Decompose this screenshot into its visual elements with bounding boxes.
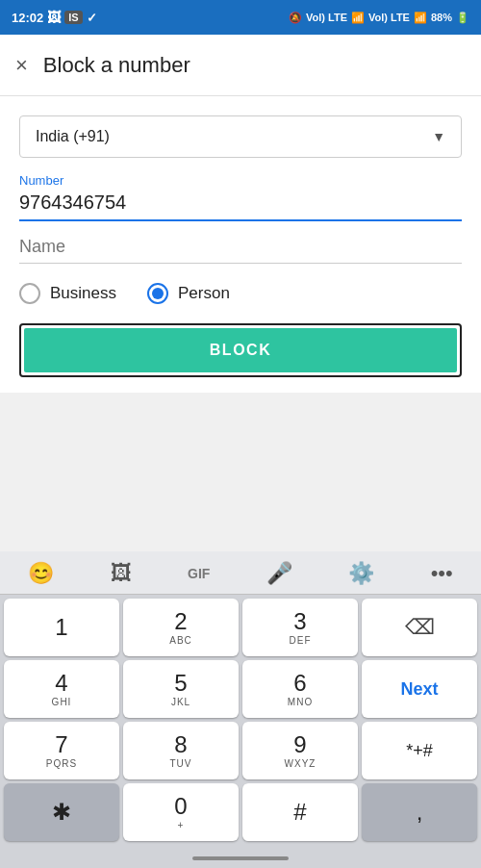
number-input-wrap bbox=[19, 191, 462, 221]
status-left: 12:02 🖼 IS ✓ bbox=[12, 10, 97, 25]
key-7[interactable]: 7 PQRS bbox=[4, 722, 119, 779]
keyboard: 😊 🖼 GIF 🎤 ⚙️ ••• 1 2 ABC 3 DEF ⌫ bbox=[0, 551, 481, 868]
gif-icon[interactable]: GIF bbox=[188, 566, 210, 581]
radio-circle-business bbox=[19, 283, 40, 304]
radio-circle-person bbox=[147, 283, 168, 304]
key-row-4: ✱ 0 + # , bbox=[4, 783, 477, 841]
radio-person[interactable]: Person bbox=[147, 283, 230, 304]
name-input[interactable] bbox=[19, 237, 462, 257]
check-icon: ✓ bbox=[87, 11, 97, 25]
key-row-1: 1 2 ABC 3 DEF ⌫ bbox=[4, 599, 477, 656]
radio-label-business: Business bbox=[50, 284, 116, 303]
more-icon[interactable]: ••• bbox=[431, 561, 453, 586]
block-button[interactable]: BLOCK bbox=[24, 328, 457, 372]
bottom-handle bbox=[192, 856, 289, 860]
status-time: 12:02 bbox=[12, 11, 43, 25]
signal-icon: 🔕 bbox=[289, 12, 302, 24]
photo-icon: 🖼 bbox=[47, 10, 61, 25]
keyboard-toolbar: 😊 🖼 GIF 🎤 ⚙️ ••• bbox=[0, 551, 481, 595]
backspace-icon: ⌫ bbox=[405, 615, 435, 640]
close-button[interactable]: × bbox=[15, 53, 28, 78]
key-row-2: 4 GHI 5 JKL 6 MNO Next bbox=[4, 660, 477, 718]
key-comma[interactable]: , bbox=[362, 783, 477, 841]
country-dropdown[interactable]: India (+91) ▼ bbox=[19, 115, 462, 158]
key-rows: 1 2 ABC 3 DEF ⌫ 4 GHI 5 JKL bbox=[0, 595, 481, 849]
name-input-wrap bbox=[19, 237, 462, 264]
network-lte2: Vol) LTE bbox=[368, 12, 410, 23]
key-4[interactable]: 4 GHI bbox=[4, 660, 119, 718]
key-hash[interactable]: # bbox=[242, 783, 358, 841]
signal-bars2: 📶 bbox=[414, 12, 427, 24]
radio-business[interactable]: Business bbox=[19, 283, 116, 304]
is-badge: IS bbox=[64, 11, 82, 24]
status-right: 🔕 Vol) LTE 📶 Vol) LTE 📶 88% 🔋 bbox=[289, 12, 469, 24]
battery-icon: 🔋 bbox=[456, 12, 469, 24]
settings-icon[interactable]: ⚙️ bbox=[348, 561, 374, 586]
main-content: India (+91) ▼ Number Business Person BLO… bbox=[0, 96, 481, 393]
page-title: Block a number bbox=[43, 53, 190, 78]
signal-bars1: 📶 bbox=[351, 12, 365, 24]
battery-level: 88% bbox=[431, 12, 452, 23]
next-label: Next bbox=[400, 679, 438, 700]
country-label: India (+91) bbox=[36, 128, 110, 145]
title-bar: × Block a number bbox=[0, 35, 481, 96]
network-lte1: Vol) LTE bbox=[306, 12, 347, 23]
key-0[interactable]: 0 + bbox=[123, 783, 239, 841]
backspace-key[interactable]: ⌫ bbox=[362, 599, 477, 656]
key-3[interactable]: 3 DEF bbox=[242, 599, 358, 656]
mic-icon[interactable]: 🎤 bbox=[266, 561, 292, 586]
key-special[interactable]: *+# bbox=[362, 722, 477, 779]
dropdown-arrow-icon: ▼ bbox=[432, 129, 445, 144]
emoji-icon[interactable]: 😊 bbox=[28, 561, 54, 586]
radio-label-person: Person bbox=[178, 284, 230, 303]
number-input[interactable] bbox=[19, 191, 462, 214]
block-button-wrap: BLOCK bbox=[19, 323, 462, 377]
key-star[interactable]: ✱ bbox=[4, 783, 119, 841]
status-bar: 12:02 🖼 IS ✓ 🔕 Vol) LTE 📶 Vol) LTE 📶 88%… bbox=[0, 0, 481, 35]
radio-group: Business Person bbox=[19, 283, 462, 304]
key-row-3: 7 PQRS 8 TUV 9 WXYZ *+# bbox=[4, 722, 477, 779]
bottom-bar bbox=[0, 849, 481, 868]
key-1[interactable]: 1 bbox=[4, 599, 119, 656]
key-5[interactable]: 5 JKL bbox=[123, 660, 239, 718]
next-key[interactable]: Next bbox=[362, 660, 477, 718]
sticker-icon[interactable]: 🖼 bbox=[111, 561, 132, 586]
key-6[interactable]: 6 MNO bbox=[242, 660, 358, 718]
key-2[interactable]: 2 ABC bbox=[123, 599, 239, 656]
key-9[interactable]: 9 WXYZ bbox=[242, 722, 358, 779]
key-8[interactable]: 8 TUV bbox=[123, 722, 239, 779]
number-field-label: Number bbox=[19, 173, 462, 188]
